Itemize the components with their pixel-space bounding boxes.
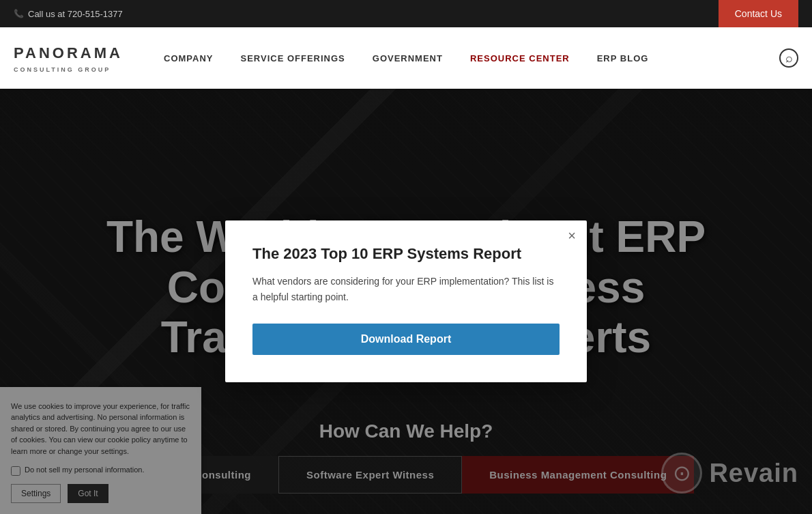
nav-service-offerings[interactable]: SERVICE OFFERINGS (240, 53, 345, 63)
logo-name: PANORAMA (14, 41, 136, 65)
modal-dialog: × The 2023 Top 10 ERP Systems Report Wha… (225, 220, 587, 382)
contact-us-button[interactable]: Contact Us (719, 0, 798, 27)
nav-erp-blog[interactable]: ERP BLOG (597, 53, 649, 63)
modal-description: What vendors are considering for your ER… (252, 274, 560, 304)
modal-overlay[interactable]: × The 2023 Top 10 ERP Systems Report Wha… (0, 89, 812, 514)
navigation: PANORAMA CONSULTING GROUP COMPANY SERVIC… (0, 27, 812, 89)
download-report-button[interactable]: Download Report (252, 324, 560, 355)
modal-title: The 2023 Top 10 ERP Systems Report (252, 245, 560, 263)
nav-items: COMPANY SERVICE OFFERINGS GOVERNMENT RES… (164, 48, 798, 68)
search-icon[interactable] (779, 48, 798, 68)
logo-sub: CONSULTING GROUP (14, 65, 136, 74)
nav-resource-center[interactable]: RESOURCE CENTER (470, 53, 570, 63)
top-bar: Call us at 720-515-1377 Contact Us (0, 0, 812, 27)
nav-government[interactable]: GOVERNMENT (373, 53, 443, 63)
nav-company[interactable]: COMPANY (164, 53, 213, 63)
logo[interactable]: PANORAMA CONSULTING GROUP (14, 41, 136, 75)
phone-number: Call us at 720-515-1377 (14, 9, 123, 19)
hero-section: The World's Preeminent ERP Consulting & … (0, 89, 812, 514)
modal-close-button[interactable]: × (568, 229, 576, 242)
